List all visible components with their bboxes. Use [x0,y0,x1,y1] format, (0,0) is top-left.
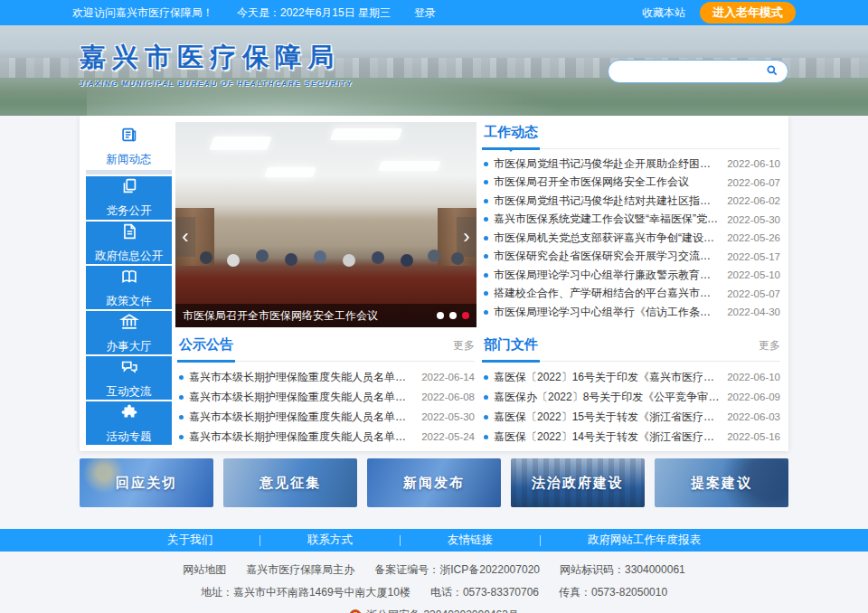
ceiling-light [209,137,271,150]
banner-rule-of-law[interactable]: 法治政府建设 [511,458,645,507]
banner-opinion-collection[interactable]: 意见征集 [223,458,357,507]
bank-icon [119,312,139,335]
ceiling-light [330,128,403,140]
panel-title: 公示公告 [177,336,235,363]
hero-banner: 嘉兴市医疗保障局 JIAXING MUNICIPAL BUREAU OF HEA… [0,25,868,116]
sidebar-item-label: 互动交流 [107,384,152,400]
icp-number: 备案证编号：浙ICP备2022007020 [374,562,540,578]
site-id-number: 网站标识码：3304000061 [560,562,685,578]
carousel-dots [437,312,469,319]
document-item[interactable]: 嘉医保办〔2022〕8号关于印发《公平竞争审查... 2022-06-09 [482,387,780,407]
news-item[interactable]: 市医保局机关党总支部获评嘉兴市争创“建设清廉机... 2022-05-26 [482,229,780,248]
bullet-icon [484,254,488,259]
date-text: 今天是：2022年6月15日 星期三 [237,5,391,21]
panel-documents: 部门文件 更多 嘉医保〔2022〕16号关于印发《嘉兴市医疗保... 2022-… [480,335,782,445]
notice-item[interactable]: 嘉兴市本级长期护理保险重度失能人员名单公示（2... 2022-05-30 [177,407,475,427]
security-record-link[interactable]: 浙公网安备 33040202000463号 [366,608,519,613]
document-icon [119,222,139,244]
document-item[interactable]: 嘉医保〔2022〕16号关于印发《嘉兴市医疗保... 2022-06-10 [482,367,780,387]
news-item[interactable]: 嘉兴市医保系统党建工作会议暨“幸福医保”党建联... 2022-05-30 [482,211,780,230]
search-button[interactable] [766,64,778,80]
footer-nav-annual-report[interactable]: 政府网站工作年度报表 [541,533,748,548]
newspaper-icon [119,125,139,147]
carousel-caption[interactable]: 市医保局召开全市医保网络安全工作会议 [183,308,429,324]
book-icon [119,267,139,289]
sidebar-item-party[interactable]: 党务公开 [86,176,172,220]
footer-nav-links[interactable]: 友情链接 [401,533,540,548]
sitemap-link[interactable]: 网站地图 [183,562,226,578]
panel-work-news: 工作动态 市医保局党组书记冯俊华赴企开展助企纾困活动 2022-06-10 市医… [480,122,782,327]
search-input[interactable] [618,65,766,78]
puzzle-icon [119,402,139,425]
notice-item[interactable]: 嘉兴市本级长期护理保险重度失能人员名单公示（2... 2022-05-24 [177,427,475,445]
favorite-link[interactable]: 收藏本站 [642,5,685,21]
site-logo: 嘉兴市医疗保障局 JIAXING MUNICIPAL BUREAU OF HEA… [80,40,353,88]
bullet-icon [179,435,184,439]
bullet-icon [484,310,488,315]
notice-list: 嘉兴市本级长期护理保险重度失能人员名单公示（2... 2022-06-14 嘉兴… [177,367,475,445]
news-list: 市医保局党组书记冯俊华赴企开展助企纾困活动 2022-06-10 市医保局召开全… [482,155,780,322]
search-box [608,60,788,83]
content-card: 新闻动态 党务公开 政府信息公开 [80,116,788,451]
bullet-icon [484,180,488,184]
sidebar-item-label: 新闻动态 [107,152,152,167]
notice-item[interactable]: 嘉兴市本级长期护理保险重度失能人员名单公示（2... 2022-06-08 [177,387,475,407]
carousel-dot[interactable] [449,312,457,319]
sidebar-item-special-topics[interactable]: 活动专题 [86,401,172,445]
sidebar-item-label: 活动专题 [107,429,152,445]
chat-icon [119,357,139,380]
sidebar-item-news[interactable]: 新闻动态 [86,122,172,174]
panel-notices: 公示公告 更多 嘉兴市本级长期护理保险重度失能人员名单公示（2... 2022-… [175,335,476,445]
footer-nav-contact[interactable]: 联系方式 [260,533,400,548]
news-item[interactable]: 市医保局党组书记冯俊华赴结对共建社区指导全国文... 2022-06-02 [482,192,780,211]
more-link[interactable]: 更多 [453,338,475,361]
news-item[interactable]: 市医保局理论学习中心组举行《信访工作条例》专题... 2022-04-30 [482,303,780,322]
organizer-text: 嘉兴市医疗保障局主办 [246,562,354,578]
bullet-icon [484,435,488,439]
ceiling-light [378,161,441,171]
bullet-icon [484,236,488,240]
panel-title: 部门文件 [482,336,540,363]
bullet-icon [179,395,184,400]
bullet-icon [484,395,488,400]
sidebar-item-policy[interactable]: 政策文件 [86,266,172,309]
more-link[interactable]: 更多 [759,338,780,361]
panel-title: 工作动态 [482,124,540,150]
news-item[interactable]: 市医保局召开全市医保网络安全工作会议 2022-06-07 [482,174,780,193]
news-item[interactable]: 搭建校企合作、产学研相结合的平台嘉兴市长期护理... 2022-05-07 [482,285,780,304]
notice-item[interactable]: 嘉兴市本级长期护理保险重度失能人员名单公示（2... 2022-06-14 [177,367,475,387]
news-item[interactable]: 市医保局党组书记冯俊华赴企开展助企纾困活动 2022-06-10 [482,155,780,174]
bullet-icon [484,375,488,380]
elder-mode-button[interactable]: 进入老年模式 [700,2,796,24]
carousel-next-button[interactable]: › [457,217,476,257]
bullet-icon [179,375,184,380]
carousel-prev-button[interactable]: ‹ [175,217,195,257]
carousel-dot[interactable] [437,312,444,319]
bullet-icon [484,291,488,296]
banner-respond-concerns[interactable]: 回应关切 [80,458,213,507]
login-link[interactable]: 登录 [414,5,436,21]
sidebar-item-label: 办事大厅 [107,339,152,354]
welcome-text: 欢迎访问嘉兴市医疗保障局！ [72,5,213,21]
footer-info: 网站地图 嘉兴市医疗保障局主办 备案证编号：浙ICP备2022007020 网站… [0,552,868,613]
site-subtitle: JIAXING MUNICIPAL BUREAU OF HEALTHCARE S… [80,80,353,88]
sidebar-item-service-hall[interactable]: 办事大厅 [86,311,172,354]
document-item[interactable]: 嘉医保〔2022〕14号关于转发《浙江省医疗保... 2022-05-16 [482,427,780,445]
sidebar-item-gov-info[interactable]: 政府信息公开 [86,222,172,265]
news-item[interactable]: 市医保研究会赴省医保研究会开展学习交流活动 2022-05-17 [482,248,780,267]
sidebar-item-label: 政府信息公开 [95,249,163,264]
sidebar-item-interaction[interactable]: 互动交流 [86,356,172,400]
banner-row: 回应关切 意见征集 新闻发布 法治政府建设 提案建议 [80,458,788,507]
banner-news-release[interactable]: 新闻发布 [367,458,501,507]
site-title: 嘉兴市医疗保障局 [80,40,353,76]
footer-nav: 关于我们 联系方式 友情链接 政府网站工作年度报表 [0,529,868,552]
banner-proposals[interactable]: 提案建议 [655,458,788,507]
carousel-dot-active[interactable] [462,312,469,319]
footer-nav-about[interactable]: 关于我们 [120,533,259,548]
topbar: 欢迎访问嘉兴市医疗保障局！ 今天是：2022年6月15日 星期三 登录 收藏本站… [0,0,868,25]
copy-icon [119,176,139,199]
sidebar-item-label: 党务公开 [107,203,152,219]
document-item[interactable]: 嘉医保〔2022〕15号关于转发《浙江省医疗保... 2022-06-03 [482,407,780,427]
news-item[interactable]: 市医保局理论学习中心组举行廉政警示教育专题学习... 2022-05-10 [482,266,780,285]
address-text: 地址：嘉兴市中环南路1469号中南大厦10楼 [201,585,410,600]
